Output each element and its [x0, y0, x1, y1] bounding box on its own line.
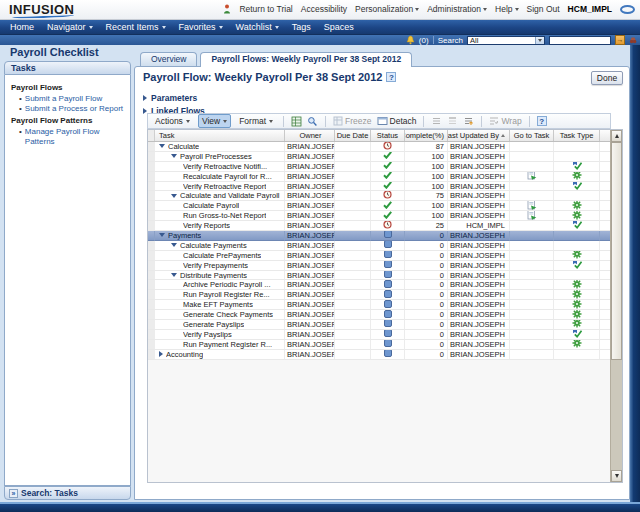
search-tasks-bar[interactable]: » Search: Tasks: [4, 486, 131, 500]
top-link-accessibility[interactable]: Accessibility: [301, 4, 347, 14]
column-header-due-date[interactable]: Due Date: [335, 130, 371, 141]
view-menu[interactable]: View: [198, 114, 231, 128]
table-row[interactable]: Distribute PaymentsBRIAN.JOSEPH0BRIAN.JO…: [148, 271, 622, 281]
query-by-example-icon[interactable]: [307, 116, 318, 127]
tab-overview[interactable]: Overview: [140, 52, 197, 66]
help-icon[interactable]: ?: [386, 72, 396, 82]
go-to-task-icon[interactable]: [527, 172, 537, 182]
column-header-status[interactable]: Status: [371, 130, 405, 141]
nav-item-tags[interactable]: Tags: [292, 22, 311, 32]
go-to-task-icon[interactable]: [527, 201, 537, 211]
tab-bar: OverviewPayroll Flows: Weekly Payroll Pe…: [140, 52, 412, 67]
show-as-top-icon[interactable]: [463, 116, 474, 126]
sidebar-link-manage-payroll-flow-patterns[interactable]: •Manage Payroll Flow Patterns: [11, 127, 126, 146]
search-scope-select[interactable]: All: [467, 36, 545, 45]
table-row[interactable]: Verify Retroactive ReportBRIAN.JOSEPH100…: [148, 182, 622, 192]
scroll-down-button[interactable]: [611, 470, 622, 482]
table-row[interactable]: Make EFT PaymentsBRIAN.JOSEPH0BRIAN.JOSE…: [148, 300, 622, 310]
task-label: Make EFT Payments: [183, 300, 253, 309]
table-row[interactable]: Archive Periodic Payroll ...BRIAN.JOSEPH…: [148, 280, 622, 290]
expand-toggle-icon[interactable]: [171, 154, 177, 158]
task-type-process-icon: [572, 280, 582, 290]
owner-cell: BRIAN.JOSEPH: [285, 300, 335, 310]
expand-toggle-icon[interactable]: [171, 194, 177, 198]
notifications-count[interactable]: (0): [419, 36, 429, 45]
table-row[interactable]: CalculateBRIAN.JOSEPH87BRIAN.JOSEPH: [148, 142, 622, 152]
toolbar-help-icon[interactable]: ?: [537, 116, 547, 126]
expand-toggle-icon[interactable]: [159, 144, 165, 148]
nav-item-home[interactable]: Home: [10, 22, 34, 32]
search-go-button[interactable]: →: [615, 35, 625, 45]
table-row[interactable]: Verify PayslipsBRIAN.JOSEPH0BRIAN.JOSEPH: [148, 330, 622, 340]
top-link-help[interactable]: Help: [495, 4, 518, 14]
column-header-label: Status: [377, 130, 398, 141]
table-row[interactable]: Verify PrepaymentsBRIAN.JOSEPH0BRIAN.JOS…: [148, 261, 622, 271]
notifications-bell-icon[interactable]: [406, 35, 415, 45]
chevron-down-icon[interactable]: [535, 37, 544, 44]
expand-toggle-icon[interactable]: [159, 233, 165, 237]
format-menu[interactable]: Format: [236, 115, 276, 127]
row-header-gutter: [148, 340, 155, 350]
row-header-gutter: [148, 290, 155, 300]
detach-button[interactable]: Detach: [377, 116, 417, 126]
section-parameters[interactable]: Parameters: [143, 91, 205, 104]
sidebar-link-submit-a-process-or-report[interactable]: •Submit a Process or Report: [11, 104, 126, 114]
table-row[interactable]: Payroll PreProcessesBRIAN.JOSEPH100BRIAN…: [148, 152, 622, 162]
vertical-scrollbar[interactable]: [610, 130, 622, 482]
tab-payroll-flows-weekly-payroll-per-38-sept-2012[interactable]: Payroll Flows: Weekly Payroll Per 38 Sep…: [200, 52, 412, 67]
column-header-go-to-task[interactable]: Go to Task: [510, 130, 554, 141]
column-header-last-updated-by[interactable]: Last Updated By: [448, 130, 510, 141]
table-row[interactable]: Run Gross-to-Net ReportBRIAN.JOSEPH100BR…: [148, 211, 622, 221]
wrap-button[interactable]: Wrap: [489, 116, 521, 126]
table-row[interactable]: Verify ReportsBRIAN.JOSEPH25HCM_IMPL: [148, 221, 622, 231]
go-up-icon[interactable]: [431, 116, 442, 126]
top-link-personalization[interactable]: Personalization: [355, 4, 419, 14]
nav-item-navigator[interactable]: Navigator: [47, 22, 93, 32]
table-row[interactable]: Recalculate Payroll for R...BRIAN.JOSEPH…: [148, 172, 622, 182]
complete-cell: 25: [405, 221, 448, 231]
sidebar-link-submit-a-payroll-flow[interactable]: •Submit a Payroll Flow: [11, 94, 126, 104]
nav-item-watchlist[interactable]: Watchlist: [236, 22, 279, 32]
table-row[interactable]: PaymentsBRIAN.JOSEPH0BRIAN.JOSEPH: [148, 231, 622, 241]
top-link-sign-out[interactable]: Sign Out: [527, 4, 560, 14]
done-button[interactable]: Done: [591, 71, 623, 85]
due-date-cell: [335, 201, 371, 211]
top-link-return-to-trial[interactable]: Return to Trial: [239, 4, 292, 14]
tasks-panel-header[interactable]: Tasks: [4, 61, 131, 75]
expand-toggle-icon[interactable]: [171, 243, 177, 247]
column-header-complete[interactable]: Complete(%): [405, 130, 448, 141]
table-row[interactable]: AccountingBRIAN.JOSEPH0BRIAN.JOSEPH: [148, 350, 622, 360]
column-header-task-type[interactable]: Task Type: [554, 130, 600, 141]
expand-toggle-icon[interactable]: [171, 273, 177, 277]
scroll-up-button[interactable]: [611, 130, 622, 142]
table-row[interactable]: Calculate PaymentsBRIAN.JOSEPH0BRIAN.JOS…: [148, 241, 622, 251]
table-row[interactable]: Calculate and Validate PayrollBRIAN.JOSE…: [148, 191, 622, 201]
table-row[interactable]: Calculate PrePaymentsBRIAN.JOSEPH0BRIAN.…: [148, 251, 622, 261]
nav-item-recent-items[interactable]: Recent Items: [106, 22, 166, 32]
nav-item-spaces[interactable]: Spaces: [324, 22, 354, 32]
table-row[interactable]: Generate Check PaymentsBRIAN.JOSEPH0BRIA…: [148, 310, 622, 320]
table-row[interactable]: Verify Retroactive Notifi...BRIAN.JOSEPH…: [148, 162, 622, 172]
last-updated-by-cell: BRIAN.JOSEPH: [448, 290, 510, 300]
table-row[interactable]: Generate PayslipsBRIAN.JOSEPH0BRIAN.JOSE…: [148, 320, 622, 330]
status-not-started-icon: [384, 290, 392, 299]
scrollbar-thumb[interactable]: [611, 142, 622, 360]
table-row[interactable]: Calculate PayrollBRIAN.JOSEPH100BRIAN.JO…: [148, 201, 622, 211]
advanced-search-icon[interactable]: [629, 36, 637, 45]
freeze-button[interactable]: Freeze: [333, 116, 371, 126]
task-type-manual-icon: [572, 330, 582, 340]
column-header-task[interactable]: Task: [155, 130, 285, 141]
top-link-administration[interactable]: Administration: [427, 4, 487, 14]
table-row[interactable]: Run Payroll Register Re...BRIAN.JOSEPH0B…: [148, 290, 622, 300]
nav-item-favorites[interactable]: Favorites: [179, 22, 223, 32]
flow-title: Payroll Flow: Weekly Payroll Per 38 Sept…: [143, 71, 396, 83]
go-to-top-icon[interactable]: [447, 116, 458, 126]
export-to-excel-icon[interactable]: [291, 116, 302, 127]
expand-toggle-icon[interactable]: [159, 351, 163, 357]
search-input[interactable]: [549, 36, 611, 45]
column-header-owner[interactable]: Owner: [285, 130, 335, 141]
actions-menu[interactable]: Actions: [152, 115, 193, 127]
disclosure-arrow-icon[interactable]: [143, 95, 147, 101]
table-row[interactable]: Run Payment Register R...BRIAN.JOSEPH0BR…: [148, 340, 622, 350]
go-to-task-icon[interactable]: [527, 211, 537, 221]
